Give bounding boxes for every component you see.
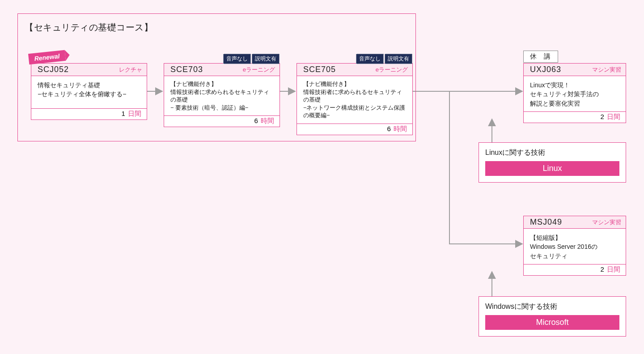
course-title-line: 【短縮版】	[530, 233, 619, 242]
course-type: マシン実習	[592, 218, 621, 226]
duration-unit: 時間	[394, 125, 407, 132]
course-title: 【ナビ機能付き】 情報技術者に求められるセキュリティの基礎 −ネットワーク構成技…	[297, 76, 412, 124]
course-type: eラーニング	[376, 66, 408, 74]
course-title-line: 情報技術者に求められるセキュリティの基礎	[303, 89, 406, 104]
course-code: UXJ063	[530, 65, 561, 74]
course-duration: 2 日間	[524, 264, 626, 275]
tag-no-audio: 音声なし	[223, 54, 251, 64]
course-title: 【短縮版】 Windows Server 2016の セキュリティ	[524, 229, 626, 264]
course-code: SCJ052	[38, 65, 69, 74]
course-title-line: − 要素技術（暗号、認証）編−	[170, 104, 273, 112]
card-header: SCJ052 レクチャ	[31, 64, 147, 76]
course-card-uxj063[interactable]: UXJ063 マシン実習 Linuxで実現！ セキュリティ対策手法の 解説と要塞…	[523, 63, 626, 123]
course-tags: 音声なし 説明文有	[223, 54, 280, 64]
course-card-scj052[interactable]: Renewal SCJ052 レクチャ 情報セキュリティ基礎 −セキュリティ全体…	[31, 63, 147, 120]
course-duration: 6 時間	[164, 115, 280, 127]
course-title-line: −ネットワーク構成技術とシステム保護の概要編−	[303, 104, 406, 120]
course-title-line: セキュリティ	[530, 252, 619, 260]
duration-number: 2	[600, 265, 604, 273]
suspended-label: 休 講	[523, 51, 558, 63]
card-header: UXJ063 マシン実習	[524, 64, 626, 76]
prereq-caption: Windowsに関する技術	[485, 302, 619, 311]
tag-no-audio: 音声なし	[356, 54, 384, 64]
duration-unit: 日間	[128, 110, 141, 117]
course-title: 情報セキュリティ基礎 −セキュリティ全体を俯瞰する−	[31, 76, 147, 108]
duration-unit: 日間	[607, 113, 620, 120]
course-code: SCE703	[170, 65, 203, 74]
duration-number: 2	[600, 113, 604, 120]
course-title-line: 解説と要塞化実習	[530, 99, 619, 108]
prereq-box-linux[interactable]: Linuxに関する技術 Linux	[479, 142, 626, 183]
tag-has-text: 説明文有	[252, 54, 280, 64]
duration-unit: 日間	[607, 265, 620, 273]
course-type: レクチャ	[119, 66, 142, 74]
course-title-line: 【ナビ機能付き】	[303, 81, 406, 89]
duration-number: 6	[254, 117, 258, 124]
card-header: SCE703 eラーニング	[164, 64, 280, 76]
prereq-bar: Linux	[485, 161, 619, 176]
duration-number: 6	[387, 125, 390, 132]
course-tags: 音声なし 説明文有	[356, 54, 412, 64]
prereq-caption: Linuxに関する技術	[485, 148, 619, 158]
course-title: 【ナビ機能付き】 情報技術者に求められるセキュリティの基礎 − 要素技術（暗号、…	[164, 76, 280, 115]
course-title-line: Windows Server 2016の	[530, 242, 619, 251]
diagram-canvas: 【セキュリティの基礎コース】 Renewal SCJ052 レクチャ 情報セキュ…	[0, 0, 644, 354]
course-title-line: 【ナビ機能付き】	[170, 81, 273, 89]
course-code: SCE705	[303, 65, 336, 74]
course-title-line: −セキュリティ全体を俯瞰する−	[38, 90, 140, 98]
tag-has-text: 説明文有	[385, 54, 412, 64]
course-type: eラーニング	[243, 66, 275, 74]
course-card-msj049[interactable]: MSJ049 マシン実習 【短縮版】 Windows Server 2016の …	[523, 216, 626, 276]
course-title-line: セキュリティ対策手法の	[530, 90, 619, 98]
course-duration: 1 日間	[31, 108, 147, 119]
course-type: マシン実習	[592, 66, 621, 74]
course-code: MSJ049	[530, 218, 562, 227]
prereq-bar: Microsoft	[485, 315, 619, 330]
course-card-sce703[interactable]: 音声なし 説明文有 SCE703 eラーニング 【ナビ機能付き】 情報技術者に求…	[164, 63, 280, 127]
card-header: MSJ049 マシン実習	[524, 216, 626, 229]
course-group-title: 【セキュリティの基礎コース】	[25, 21, 153, 34]
duration-number: 1	[121, 110, 125, 117]
course-title-line: 情報技術者に求められるセキュリティの基礎	[170, 89, 273, 104]
course-title-line: Linuxで実現！	[530, 81, 619, 90]
course-title: Linuxで実現！ セキュリティ対策手法の 解説と要塞化実習	[524, 76, 626, 111]
duration-unit: 時間	[261, 117, 274, 124]
course-title-line: 情報セキュリティ基礎	[38, 81, 140, 90]
card-header: SCE705 eラーニング	[297, 64, 412, 76]
course-card-sce705[interactable]: 音声なし 説明文有 SCE705 eラーニング 【ナビ機能付き】 情報技術者に求…	[297, 63, 413, 135]
course-duration: 6 時間	[297, 124, 412, 135]
prereq-box-windows[interactable]: Windowsに関する技術 Microsoft	[479, 296, 626, 337]
course-duration: 2 日間	[524, 111, 626, 123]
